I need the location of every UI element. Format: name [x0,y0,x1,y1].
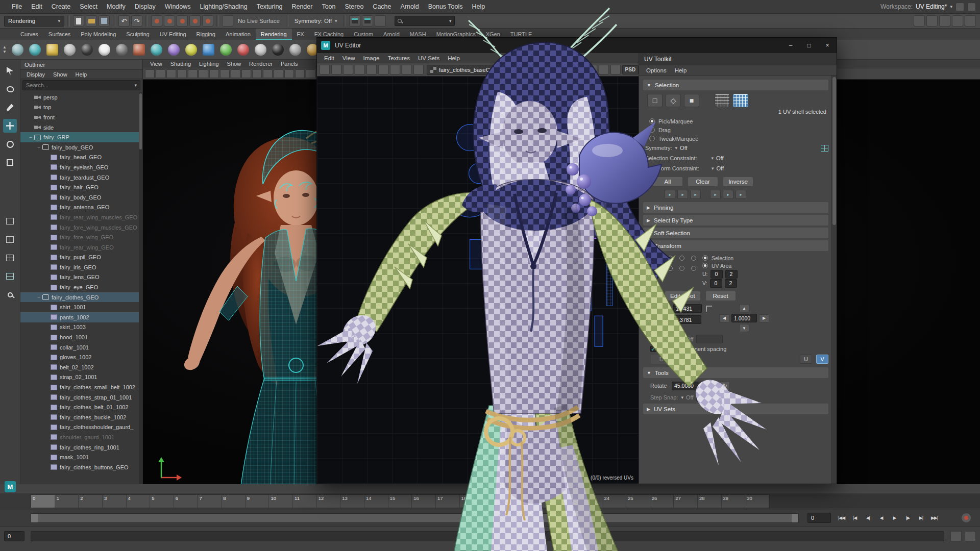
outliner-item[interactable]: fairy_clothes_belt_01_1002 [20,402,139,412]
uv-mode-icon[interactable]: □ [647,94,663,107]
shelf-tab[interactable]: Animation [220,29,256,40]
play-backwards-button[interactable]: ◀ [875,512,888,523]
timeline-frame[interactable]: 9 [246,495,270,508]
viewport-toolbar-icon[interactable] [231,69,240,78]
uv-editor-menu-item[interactable]: Edit [320,55,338,61]
uv-toolbar-icon[interactable] [599,65,609,74]
pivot-u-min-field[interactable]: 0 [710,270,723,279]
viewport-toolbar-icon[interactable] [220,69,230,78]
outliner-item[interactable]: fairy_rear_wing_muscles_GEO [20,212,139,222]
shelf-icon[interactable] [10,42,26,58]
step-back-key-button[interactable]: ◀| [862,512,874,523]
playback-speed-field[interactable]: 0 [4,531,24,541]
uv-toolbar-icon[interactable] [523,65,533,74]
timeline-frame[interactable]: 3 [103,495,127,508]
distribute-v-toggle[interactable]: V [816,355,828,364]
symmetry-grid-icon[interactable] [821,145,828,152]
uv-toolbar-icon[interactable] [331,65,341,74]
shelf-tab[interactable]: Poly Modeling [76,29,121,40]
scale-tool[interactable] [3,156,17,169]
auto-keyframe-toggle[interactable] [962,513,971,522]
uv-toolbar-icon[interactable] [355,65,365,74]
move-down-button[interactable]: ▼ [739,324,749,332]
viewport-menu-item[interactable]: Show [223,61,246,67]
shelf-icon[interactable] [166,42,182,58]
outliner-item[interactable]: fairy_clothes_buckle_1002 [20,412,139,422]
menu-item[interactable]: Texturing [252,0,287,14]
outliner-item[interactable]: belt_02_1002 [20,362,139,372]
uv-shell-mode-icon[interactable] [733,94,748,107]
single-pane-layout-button[interactable] [3,214,17,228]
uv-editor-menu-item[interactable]: UV Sets [414,55,444,61]
viewport-menu-item[interactable]: Shading [166,61,195,67]
outliner-item[interactable]: shirt_1001 [20,302,139,312]
timeline-frame[interactable]: 22 [555,495,579,508]
shelf-icon[interactable] [131,42,147,58]
viewport-toolbar-icon[interactable] [252,69,262,78]
timeline-frame[interactable]: 15 [388,495,412,508]
menu-item[interactable]: Select [75,0,102,14]
timeline-frame[interactable]: 12 [317,495,341,508]
menu-item[interactable]: Create [47,0,76,14]
rotate-ccw-button[interactable]: ↺ [706,381,717,390]
section-tools[interactable]: ▼ Tools [643,367,828,378]
shelf-icon[interactable] [149,42,164,58]
shelf-tab[interactable]: Curves [15,29,43,40]
outliner-item[interactable]: fairy_antenna_GEO [20,203,139,213]
pivot-uvarea-radio[interactable]: UV Area [702,262,828,269]
shelf-icon[interactable] [183,42,199,58]
step-snap-dropdown[interactable]: ▾Off [681,336,693,342]
viewport-toolbar-icon[interactable] [209,69,219,78]
step-forward-key-button[interactable]: |▶ [901,512,914,523]
two-pane-layout-button[interactable] [3,233,17,246]
edit-pivot-button[interactable]: Edit Pivot [665,291,701,301]
collapsed-section-header[interactable]: ▶Soft Selection [643,228,828,238]
uv-toolbar-icon[interactable] [546,65,556,74]
outliner-item[interactable]: fairy_body_GEO [20,192,139,203]
menu-item[interactable]: Edit [27,0,47,14]
menu-item[interactable]: Help [468,0,490,14]
uv-editor-menu-item[interactable]: Help [444,55,464,61]
convert-selection-icon[interactable]: ▸ [710,190,721,199]
save-scene-icon[interactable] [99,15,110,27]
snap-to-grid-icon[interactable] [151,15,162,27]
menu-set-dropdown[interactable]: Rendering ▾ [4,16,64,27]
shelf-icon[interactable] [270,42,286,58]
outliner-item[interactable]: mask_1001 [20,452,139,462]
undo-icon[interactable]: ↶ [118,15,130,27]
outliner-item[interactable]: fairy_clothesshoulder_gaurd_ [20,422,139,433]
workspace-value[interactable]: UV Editing* [916,3,947,10]
outliner-item[interactable]: fairy_rear_wing_GEO [20,242,139,253]
ipr-render-icon[interactable] [362,15,373,27]
timeline-frame[interactable]: 18 [460,495,484,508]
move-left-button[interactable]: ◀ [719,314,729,322]
outliner-search-input[interactable]: Search... ▾ [22,80,140,90]
range-slider[interactable] [31,513,799,523]
timeline-frame[interactable]: 29 [722,495,746,508]
section-uv-sets[interactable]: ▶UV Sets [643,404,828,414]
timeline-frame[interactable]: 17 [436,495,460,508]
timeline-frame[interactable]: 4 [127,495,151,508]
paint-select-tool[interactable] [3,101,17,114]
shelf-icon[interactable] [27,42,43,58]
outliner-item[interactable]: strap_02_1001 [20,372,139,383]
outliner-item[interactable]: shoulder_gaurd_1001 [20,432,139,442]
timeline-frame[interactable]: 24 [602,495,626,508]
move-u-field[interactable]: 1.7431 [673,304,702,313]
outliner-item[interactable]: hood_1001 [20,332,139,342]
play-forwards-button[interactable]: ▶ [888,512,901,523]
uv-editor-menu-item[interactable]: Textures [384,55,414,61]
rotate-cw-button[interactable]: ↻ [720,381,730,390]
toolkit-scrollbar[interactable] [831,76,837,484]
uv-editor-titlebar[interactable]: M UV Editor – □ × [317,38,837,53]
viewport-toolbar-icon[interactable] [188,69,198,78]
timeline-frame[interactable]: 6 [174,495,198,508]
timeline-frame[interactable]: 19 [483,495,507,508]
viewport-toolbar-icon[interactable] [199,69,208,78]
convert-selection-icon[interactable]: ▸ [723,190,733,199]
menu-item[interactable]: Stereo [340,0,369,14]
shelf-icon[interactable] [114,42,130,58]
move-right-button[interactable]: ▶ [759,314,769,322]
uv-toolbar-icon[interactable] [534,65,545,74]
uv-editor-menu-item[interactable]: Image [359,55,384,61]
